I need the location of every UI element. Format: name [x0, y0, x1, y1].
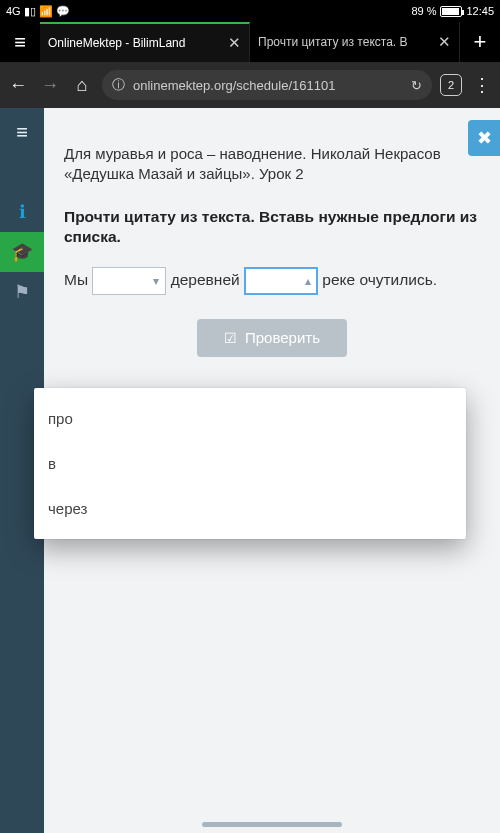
tab-label: Прочти цитату из текста. В	[258, 35, 432, 49]
gesture-nav-indicator	[202, 822, 342, 827]
lesson-title: Для муравья и роса – наводнение. Николай…	[64, 144, 480, 185]
clock: 12:45	[466, 5, 494, 17]
check-icon: ☑	[224, 330, 237, 346]
chevron-up-icon: ▴	[305, 269, 311, 294]
tab-onlinemektep[interactable]: OnlineMektep - BilimLand ✕	[40, 22, 250, 62]
android-status-bar: 4G ▮▯ 📶 💬 89 % 12:45	[0, 0, 500, 22]
check-label: Проверить	[245, 329, 320, 346]
rail-menu-button[interactable]: ≡	[0, 112, 44, 152]
browser-tab-strip: ≡ OnlineMektep - BilimLand ✕ Прочти цита…	[0, 22, 500, 62]
site-info-icon[interactable]: ⓘ	[112, 76, 125, 94]
network-icons: 4G ▮▯ 📶 💬	[6, 5, 70, 18]
preposition-select-2[interactable]: ▴	[244, 267, 318, 295]
close-icon[interactable]: ✕	[228, 34, 241, 52]
back-button[interactable]: ←	[6, 75, 30, 96]
preposition-dropdown[interactable]: про в через	[34, 388, 466, 539]
rail-info-button[interactable]: ℹ	[0, 192, 44, 232]
overflow-menu-button[interactable]: ⋮	[470, 74, 494, 96]
forward-button: →	[38, 75, 62, 96]
status-left: 4G ▮▯ 📶 💬	[6, 5, 70, 18]
dropdown-option[interactable]: через	[34, 486, 466, 531]
close-icon[interactable]: ✕	[438, 33, 451, 51]
close-panel-button[interactable]: ✖	[468, 120, 500, 156]
dropdown-option[interactable]: в	[34, 441, 466, 486]
rail-flag-button[interactable]: ⚑	[0, 272, 44, 312]
browser-toolbar: ← → ⌂ ⓘ onlinemektep.org/schedule/161101…	[0, 62, 500, 108]
reload-icon[interactable]: ↻	[411, 78, 422, 93]
task-instruction: Прочти цитату из текста. Вставь нужные п…	[64, 207, 480, 249]
chevron-down-icon: ▾	[153, 269, 159, 294]
tab-label: OnlineMektep - BilimLand	[48, 36, 222, 50]
browser-menu-button[interactable]: ≡	[0, 22, 40, 62]
sentence-word: реке очутились.	[322, 271, 437, 288]
status-right: 89 % 12:45	[411, 5, 494, 17]
battery-icon	[440, 6, 462, 17]
tab-quote-task[interactable]: Прочти цитату из текста. В ✕	[250, 22, 460, 62]
check-button[interactable]: ☑ Проверить	[197, 319, 347, 357]
home-button[interactable]: ⌂	[70, 75, 94, 96]
fill-sentence: Мы ▾ деревней ▴ реке очутились.	[64, 264, 480, 297]
tab-count-button[interactable]: 2	[440, 74, 462, 96]
address-bar[interactable]: ⓘ onlinemektep.org/schedule/161101 ↻	[102, 70, 432, 100]
battery-percent: 89 %	[411, 5, 436, 17]
url-text: onlinemektep.org/schedule/161101	[133, 78, 403, 93]
preposition-select-1[interactable]: ▾	[92, 267, 166, 295]
new-tab-button[interactable]: +	[460, 22, 500, 62]
rail-lessons-button[interactable]: 🎓	[0, 232, 44, 272]
sentence-word: деревней	[171, 271, 240, 288]
dropdown-option[interactable]: про	[34, 396, 466, 441]
sentence-word: Мы	[64, 271, 88, 288]
